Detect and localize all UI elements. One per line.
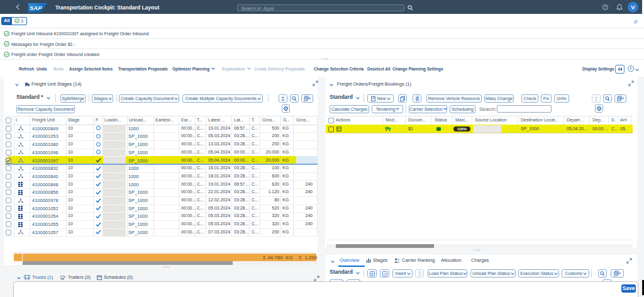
svg-text:SAP: SAP [30,4,42,11]
